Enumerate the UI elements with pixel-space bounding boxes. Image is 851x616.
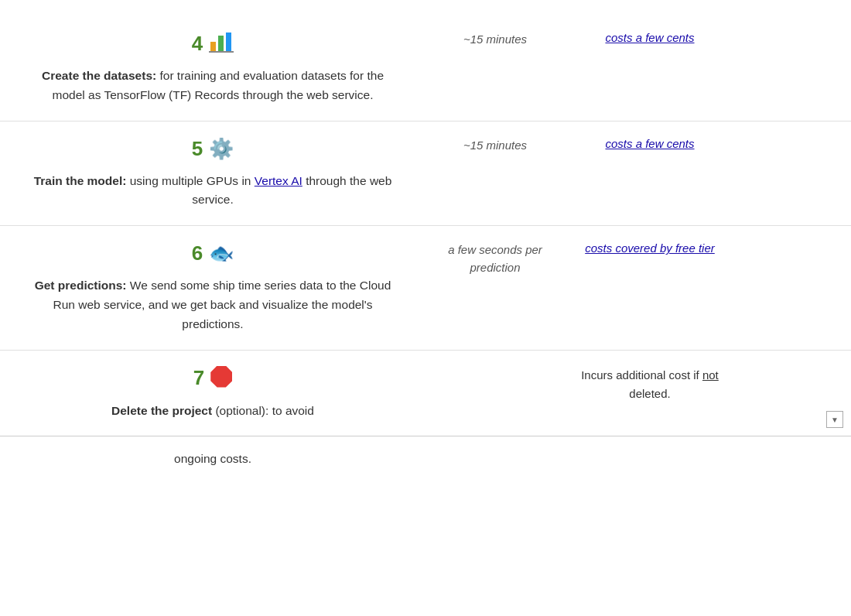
gear-icon: ⚙️ [209, 137, 234, 161]
step-7-left: 7 Delete the project (optional): to avoi… [0, 366, 426, 421]
step-6-cost-link[interactable]: costs covered by free tier [585, 241, 715, 255]
step-4-cost-link[interactable]: costs a few cents [605, 31, 694, 44]
page-container: 4 Create the datasets: for training and … [0, 0, 851, 489]
step-4-left: 4 Create the datasets: for training and … [0, 31, 426, 105]
svg-rect-1 [218, 36, 224, 51]
step-7-cost: Incurs additional cost if not deleted. [565, 366, 735, 403]
chevron-down-icon: ▼ [831, 416, 839, 424]
partial-row: ongoing costs. [0, 436, 851, 474]
step-6-header: 6 🐟 [192, 241, 234, 265]
step-4-row: 4 Create the datasets: for training and … [0, 15, 851, 121]
step-4-number: 4 [192, 32, 203, 56]
step-6-row: 6 🐟 Get predictions: We send some ship t… [0, 226, 851, 350]
svg-rect-3 [209, 51, 234, 53]
chart-bar-icon [209, 31, 234, 56]
step-6-number: 6 [192, 241, 203, 265]
step-6-title: Get predictions: [35, 279, 127, 292]
svg-rect-2 [226, 33, 231, 51]
step-5-number: 5 [192, 137, 203, 161]
step-5-time: ~15 minutes [426, 137, 565, 155]
stop-sign-icon [210, 366, 232, 391]
svg-rect-0 [210, 42, 216, 51]
step-4-header: 4 [192, 31, 234, 56]
step-5-row: 5 ⚙️ Train the model: using multiple GPU… [0, 121, 851, 227]
step-5-description: Train the model: using multiple GPUs in … [31, 172, 395, 210]
partial-description: ongoing costs. [174, 452, 251, 466]
step-4-description: Create the datasets: for training and ev… [31, 67, 395, 105]
step-4-title: Create the datasets: [42, 69, 156, 82]
step-5-left: 5 ⚙️ Train the model: using multiple GPU… [0, 137, 426, 210]
step-7-description: Delete the project (optional): to avoid [111, 402, 314, 421]
step-5-title: Train the model: [34, 174, 127, 187]
step-5-header: 5 ⚙️ [192, 137, 234, 161]
step-6-description: Get predictions: We send some ship time … [31, 276, 395, 334]
step-5-cost-link[interactable]: costs a few cents [605, 137, 694, 150]
step-6-cost[interactable]: costs covered by free tier [565, 241, 735, 255]
step-7-title: Delete the project [111, 404, 212, 417]
step-4-time: ~15 minutes [426, 31, 565, 49]
step-6-time: a few seconds per prediction [426, 241, 565, 276]
step-4-cost[interactable]: costs a few cents [565, 31, 735, 44]
step-5-cost[interactable]: costs a few cents [565, 137, 735, 150]
partial-text-container: ongoing costs. [0, 452, 426, 466]
vertex-ai-link[interactable]: Vertex AI [255, 174, 302, 187]
scroll-down-indicator[interactable]: ▼ [826, 411, 843, 428]
fish-icon: 🐟 [209, 241, 234, 265]
step-6-left: 6 🐟 Get predictions: We send some ship t… [0, 241, 426, 334]
step-7-cost-text: Incurs additional cost if not deleted. [572, 366, 727, 403]
step-7-number: 7 [193, 366, 204, 390]
step-7-header: 7 [193, 366, 232, 391]
step-7-row: 7 Delete the project (optional): to avoi… [0, 351, 851, 437]
